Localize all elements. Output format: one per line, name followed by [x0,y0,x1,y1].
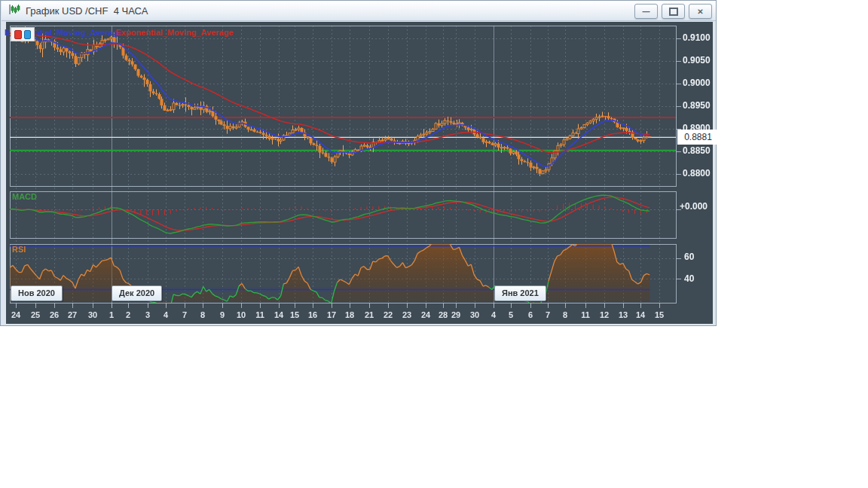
time-tick-label: 13 [619,310,628,319]
month-marker-box: Дек 2020 [112,285,162,301]
price-label: 0.8950 [683,100,711,111]
minimize-icon: — [643,8,650,16]
time-tick-label: 16 [308,310,317,319]
time-tick-label: 24 [11,310,20,319]
blue-series-swatch-icon [24,30,32,39]
legend-color-swatches[interactable] [11,27,35,41]
window-title: График USD /CHF 4 ЧАСА [26,5,148,17]
close-button[interactable]: ✕ [689,4,712,19]
time-tick-label: 5 [509,310,513,319]
time-tick-label: 8 [563,310,567,319]
time-tick-label: 4 [491,310,496,319]
time-tick-label: 14 [636,310,645,319]
time-tick-label: 14 [274,310,283,319]
maximize-icon [669,8,678,16]
rsi-tick-label: 40 [684,273,694,284]
rsi-panel-label: RSI [12,245,26,254]
time-tick-label: 10 [237,310,246,319]
rsi-tick-label: 60 [684,252,694,262]
red-series-swatch-icon [14,30,22,39]
price-label: 0.9100 [683,32,711,43]
time-tick-label: 17 [327,310,336,319]
macd-axis-value: +0.000 [680,201,708,212]
price-label: 0.9000 [683,78,711,88]
time-tick-label: 11 [581,310,590,319]
time-tick-label: 18 [345,310,354,319]
window-controls: — ✕ [634,4,712,19]
time-tick-label: 3 [145,310,150,319]
time-tick-label: 12 [600,310,609,319]
month-marker-box: Нов 2020 [11,285,63,301]
app-window: График USD /CHF 4 ЧАСА — ✕ Exponential_M… [0,0,717,326]
maximize-button[interactable] [662,4,685,19]
chart-canvas[interactable] [6,22,713,324]
time-tick-label: 2 [126,310,130,319]
ema-slow-legend-label: Exponential_Moving_Average [116,28,234,37]
time-tick-label: 15 [290,310,299,319]
time-tick-label: 26 [50,310,59,319]
close-icon: ✕ [697,8,703,16]
chart-area: Exponential_Moving_Average Exponential_M… [6,22,713,324]
time-tick-label: 28 [439,310,448,319]
month-marker-box: Янв 2021 [494,285,546,301]
time-tick-label: 25 [31,310,40,319]
minimize-button[interactable]: — [634,4,658,19]
price-label: 0.8850 [683,145,711,156]
time-tick-label: 30 [470,310,479,319]
current-price-badge: 0.8881 [677,130,719,145]
time-tick-label: 7 [182,310,187,319]
macd-panel-label: MACD [12,192,37,201]
time-tick-label: 24 [421,310,430,319]
time-tick-label: 8 [200,310,205,319]
time-tick-label: 1 [109,310,114,319]
time-tick-label: 21 [365,310,374,319]
page-background: График USD /CHF 4 ЧАСА — ✕ Exponential_M… [0,0,868,488]
time-tick-label: 11 [255,310,264,319]
time-tick-label: 22 [384,310,393,319]
time-tick-label: 4 [164,310,168,319]
time-tick-label: 27 [68,310,77,319]
time-tick-label: 29 [451,310,460,319]
price-label: 0.8800 [683,168,711,178]
time-tick-label: 9 [220,310,225,319]
window-titlebar[interactable]: График USD /CHF 4 ЧАСА [2,1,716,21]
time-tick-label: 6 [528,310,533,319]
price-label: 0.9050 [683,55,711,66]
time-tick-label: 15 [655,310,664,319]
time-tick-label: 23 [402,310,411,319]
candlestick-chart-icon [9,4,20,18]
time-tick-label: 7 [546,310,550,319]
time-tick-label: 30 [88,310,97,319]
